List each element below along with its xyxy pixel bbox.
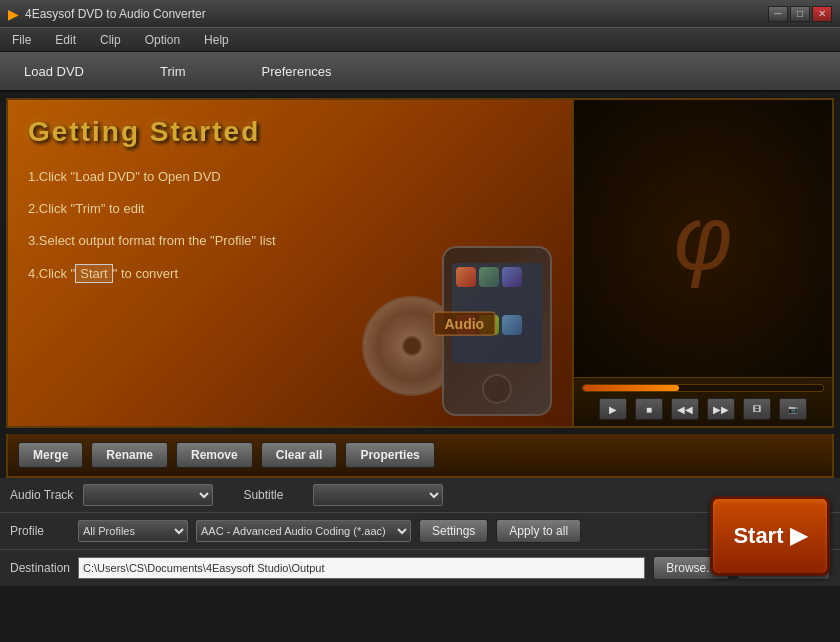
codec-select[interactable]: AAC - Advanced Audio Coding (*.aac) — [196, 520, 411, 542]
app-icon-6 — [502, 315, 522, 335]
left-panel: Getting Started 1.Click "Load DVD" to Op… — [8, 100, 572, 426]
app-title: 4Easysof DVD to Audio Converter — [25, 7, 206, 21]
bottom-section: Audio Track Subtitle Profile All Profile… — [0, 478, 840, 586]
menu-help[interactable]: Help — [200, 31, 233, 49]
apply-to-all-button[interactable]: Apply to all — [496, 519, 581, 543]
start-label: Start ▶ — [733, 523, 806, 549]
menu-edit[interactable]: Edit — [51, 31, 80, 49]
home-button — [482, 374, 512, 404]
play-button[interactable]: ▶ — [599, 398, 627, 420]
logo-phi: φ — [653, 189, 753, 289]
step2-text: 2.Click "Trim" to edit — [28, 200, 552, 218]
menu-file[interactable]: File — [8, 31, 35, 49]
right-panel: φ ▶ ■ ◀◀ ▶▶ 🎞 📷 — [572, 100, 832, 426]
screenshot-button[interactable]: 🎞 — [743, 398, 771, 420]
cd-center — [402, 336, 422, 356]
app-icon-1 — [456, 267, 476, 287]
app-icon-2 — [479, 267, 499, 287]
app-icon: ▶ — [8, 6, 19, 22]
start-btn-area: Start ▶ — [710, 496, 830, 576]
properties-button[interactable]: Properties — [345, 442, 434, 468]
video-controls: ▶ ■ ◀◀ ▶▶ 🎞 📷 — [574, 377, 832, 426]
decorative-images: Audio — [352, 236, 552, 416]
tab-load-dvd[interactable]: Load DVD — [16, 60, 92, 83]
destination-label: Destination — [10, 561, 70, 575]
close-button[interactable]: ✕ — [812, 6, 832, 22]
playback-buttons: ▶ ■ ◀◀ ▶▶ 🎞 📷 — [582, 398, 824, 420]
app-icon-3 — [502, 267, 522, 287]
rewind-button[interactable]: ◀◀ — [671, 398, 699, 420]
clear-all-button[interactable]: Clear all — [261, 442, 338, 468]
settings-button[interactable]: Settings — [419, 519, 488, 543]
camera-button[interactable]: 📷 — [779, 398, 807, 420]
title-bar: ▶ 4Easysof DVD to Audio Converter ─ □ ✕ — [0, 0, 840, 28]
profile-select[interactable]: All Profiles — [78, 520, 188, 542]
video-preview: φ — [574, 100, 832, 377]
menu-bar: File Edit Clip Option Help — [0, 28, 840, 52]
toolbar: Merge Rename Remove Clear all Properties — [6, 434, 834, 478]
step1-text: 1.Click "Load DVD" to Open DVD — [28, 168, 552, 186]
menu-option[interactable]: Option — [141, 31, 184, 49]
fast-forward-button[interactable]: ▶▶ — [707, 398, 735, 420]
audio-label: Audio — [434, 312, 496, 336]
step4-post: " to convert — [113, 266, 178, 281]
remove-button[interactable]: Remove — [176, 442, 253, 468]
tab-preferences[interactable]: Preferences — [254, 60, 340, 83]
getting-started-title: Getting Started — [28, 116, 552, 148]
audio-track-label: Audio Track — [10, 488, 73, 502]
start-button[interactable]: Start ▶ — [710, 496, 830, 576]
tab-trim[interactable]: Trim — [152, 60, 194, 83]
title-bar-left: ▶ 4Easysof DVD to Audio Converter — [8, 6, 206, 22]
progress-bar-fill — [583, 385, 679, 391]
main-content: Getting Started 1.Click "Load DVD" to Op… — [6, 98, 834, 428]
rename-button[interactable]: Rename — [91, 442, 168, 468]
destination-input[interactable] — [78, 557, 645, 579]
maximize-button[interactable]: □ — [790, 6, 810, 22]
progress-bar-container[interactable] — [582, 384, 824, 392]
subtitle-select[interactable] — [313, 484, 443, 506]
merge-button[interactable]: Merge — [18, 442, 83, 468]
tab-bar: Load DVD Trim Preferences — [0, 52, 840, 92]
title-bar-controls: ─ □ ✕ — [768, 6, 832, 22]
step4-highlight: Start — [75, 264, 112, 283]
stop-button[interactable]: ■ — [635, 398, 663, 420]
profile-label: Profile — [10, 524, 70, 538]
menu-clip[interactable]: Clip — [96, 31, 125, 49]
minimize-button[interactable]: ─ — [768, 6, 788, 22]
audio-track-select[interactable] — [83, 484, 213, 506]
step4-pre: 4.Click " — [28, 266, 75, 281]
subtitle-label: Subtitle — [243, 488, 303, 502]
